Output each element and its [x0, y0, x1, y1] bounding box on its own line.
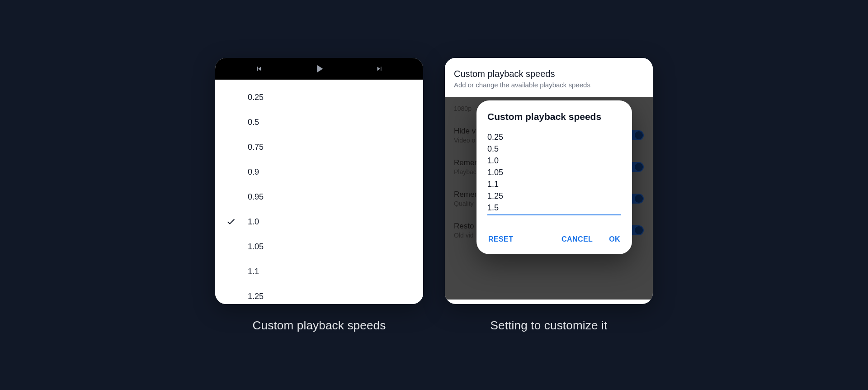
speed-option[interactable]: 1.0	[215, 209, 423, 234]
right-caption: Setting to customize it	[491, 319, 608, 333]
speed-option-label: 0.5	[248, 118, 259, 127]
speed-option[interactable]: 0.95	[215, 185, 423, 209]
speed-option-label: 1.1	[248, 267, 259, 276]
speed-option-label: 1.0	[248, 217, 259, 227]
dialog-title: Custom playback speeds	[487, 111, 621, 122]
play-icon[interactable]	[313, 62, 326, 75]
settings-header[interactable]: Custom playback speeds Add or change the…	[445, 58, 653, 97]
dialog-actions: RESET CANCEL OK	[487, 233, 621, 245]
settings-with-dialog-panel: Custom playback speeds Add or change the…	[445, 58, 653, 304]
playback-speed-list: 0.250.50.750.90.951.01.051.11.25	[215, 80, 423, 304]
reset-button[interactable]: RESET	[487, 233, 514, 245]
speed-option[interactable]: 0.25	[215, 85, 423, 110]
speed-option[interactable]: 1.1	[215, 259, 423, 284]
previous-track-icon[interactable]	[255, 65, 263, 73]
custom-playback-speeds-dialog: Custom playback speeds RESET CANCEL OK	[476, 100, 632, 254]
speed-option[interactable]: 0.9	[215, 160, 423, 185]
settings-header-title: Custom playback speeds	[454, 69, 644, 79]
check-icon	[226, 217, 248, 227]
player-speed-menu-panel: 0.250.50.750.90.951.01.051.11.25	[215, 58, 423, 304]
left-caption: Custom playback speeds	[253, 319, 386, 333]
speed-option-label: 1.05	[248, 242, 264, 252]
settings-header-subtitle: Add or change the available playback spe…	[454, 81, 644, 89]
speed-option-label: 0.9	[248, 167, 259, 177]
speed-option[interactable]: 1.25	[215, 284, 423, 304]
playback-speeds-input[interactable]	[487, 131, 621, 215]
speed-option[interactable]: 0.5	[215, 110, 423, 135]
cancel-button[interactable]: CANCEL	[561, 233, 594, 245]
speed-option[interactable]: 1.05	[215, 234, 423, 259]
speed-option-label: 0.95	[248, 192, 264, 202]
speed-option[interactable]: 0.75	[215, 135, 423, 160]
speed-option-label: 1.25	[248, 292, 264, 301]
next-track-icon[interactable]	[375, 65, 383, 73]
speed-option-label: 0.25	[248, 93, 264, 102]
ok-button[interactable]: OK	[608, 233, 621, 245]
speed-option-label: 0.75	[248, 143, 264, 152]
player-controls-bar	[215, 58, 423, 80]
